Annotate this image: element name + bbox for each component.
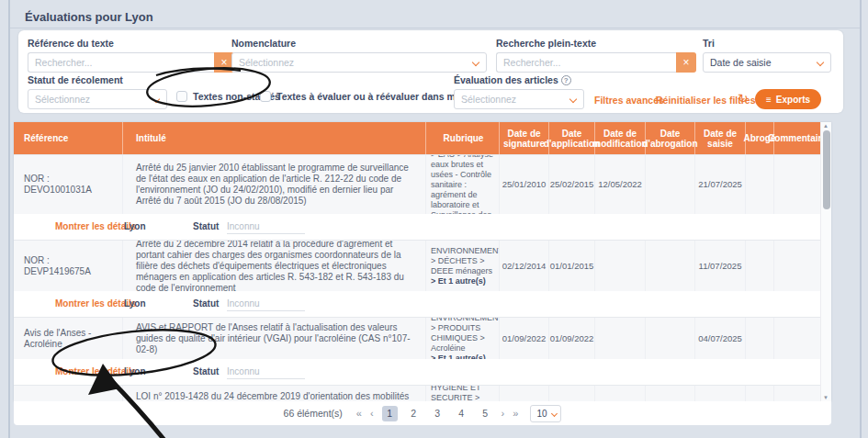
clear-icon: ×: [220, 56, 227, 69]
refresh-icon[interactable]: ↻: [738, 91, 749, 106]
statut-input[interactable]: Inconnu: [227, 298, 305, 311]
cell-abroge: [745, 386, 773, 401]
cell-reference: Avis de l'Anses - Acroléine: [14, 318, 122, 359]
cell-date-application: 25/02/2015: [548, 155, 594, 214]
chevron-down-icon: [551, 410, 558, 416]
help-icon[interactable]: ?: [561, 75, 571, 85]
fulltext-filter-label: Recherche plein-texte: [496, 38, 696, 49]
cell-date-saisie: 11/07/2025: [694, 241, 745, 291]
page-button-4[interactable]: 4: [454, 406, 469, 421]
cell-date-signature: 01/09/2022: [499, 318, 548, 359]
cell-rubrique: ENVIRONNEMENT > EAU > Analyse eaux brute…: [425, 155, 499, 214]
col-commentaire[interactable]: Commentaire: [773, 122, 820, 154]
cell-rubrique: ENVIRONNEMENT > DÉCHETS > DEEE ménagers …: [425, 241, 499, 291]
page-button-2[interactable]: 2: [406, 406, 422, 421]
cell-reference: NOR : TRET1821032L: [14, 386, 122, 401]
cell-date-saisie: 01/07/2025: [694, 386, 745, 401]
table-row: Avis de l'Anses - Acroléine AVIS et RAPP…: [14, 317, 831, 359]
col-intitule[interactable]: Intitulé: [122, 122, 425, 154]
page-button-1[interactable]: 1: [382, 406, 398, 421]
col-date-signature[interactable]: Date de signature: [499, 122, 548, 154]
scroll-down-icon[interactable]: ▼: [823, 395, 829, 400]
cell-date-modification: [594, 318, 645, 359]
fulltext-filter-input[interactable]: [496, 52, 676, 73]
cell-rubrique: ENVIRONNEMENT > PRODUITS CHIMIQUES > Acr…: [425, 318, 499, 359]
col-date-modification[interactable]: Date de modification: [594, 122, 645, 154]
col-date-abrogation[interactable]: Date d'abrogation: [645, 122, 694, 154]
nomenclature-select[interactable]: Sélectionnez: [231, 52, 487, 73]
tri-select[interactable]: Date de saisie: [703, 52, 831, 73]
first-page-button[interactable]: «: [356, 408, 362, 419]
col-reference[interactable]: Référence: [14, 122, 122, 154]
chevron-down-icon: [569, 95, 577, 103]
cell-date-application: 01/01/2020: [548, 386, 594, 401]
cell-commentaire: [773, 241, 820, 291]
tri-filter-label: Tri: [703, 38, 831, 49]
clear-icon: ×: [682, 56, 689, 69]
cell-date-signature: 02/12/2014: [499, 241, 548, 291]
prev-page-button[interactable]: ‹: [370, 408, 374, 419]
cell-abroge: [745, 155, 773, 214]
menu-icon: ≡: [766, 95, 772, 105]
page-button-3[interactable]: 3: [430, 406, 445, 421]
page-title: Évaluations pour Lyon: [25, 10, 153, 24]
col-rubrique[interactable]: Rubrique: [425, 122, 499, 154]
cell-date-abrogation: [645, 155, 694, 214]
last-page-button[interactable]: »: [513, 408, 518, 419]
cell-intitule: Arrêté du 25 janvier 2010 établissant le…: [122, 155, 425, 214]
exports-button[interactable]: ≡ Exports: [755, 89, 821, 109]
site-label: Lyon: [124, 221, 146, 231]
checkbox-icon[interactable]: [176, 91, 187, 102]
chevron-down-icon: [817, 59, 824, 66]
cell-date-signature: 24/12/2019: [499, 386, 548, 401]
statut-recolement-select[interactable]: Sélectionnez: [28, 89, 167, 109]
site-label: Lyon: [124, 298, 146, 309]
site-label: Lyon: [124, 366, 146, 376]
cell-date-abrogation: [645, 386, 694, 401]
cell-date-signature: 25/01/2010: [499, 155, 548, 214]
statut-input[interactable]: Inconnu: [227, 366, 305, 379]
cell-intitule: Arrêté du 2 décembre 2014 relatif à la p…: [122, 241, 425, 291]
cell-date-abrogation: [645, 318, 694, 359]
cell-commentaire: [773, 155, 820, 214]
statut-label: Statut: [193, 298, 219, 309]
cell-date-application: 01/01/2015: [548, 241, 594, 291]
cell-rubrique: HYGIENE ET SECURITE > ACCIDENT DU TRAVAI…: [425, 386, 499, 401]
cell-abroge: [745, 241, 773, 291]
page-right-edge: [860, 0, 862, 438]
table-row: NOR : DEVP1419675A Arrêté du 2 décembre …: [14, 240, 831, 291]
scrollbar-thumb[interactable]: [823, 130, 830, 209]
table-row: NOR : TRET1821032L LOI n° 2019-1428 du 2…: [14, 385, 831, 401]
nomenclature-filter-label: Nomenclature: [231, 38, 487, 49]
next-page-button[interactable]: ›: [502, 408, 505, 419]
page-left-edge: [8, 0, 10, 438]
cell-abroge: [745, 318, 773, 359]
rubrique-more-link[interactable]: > Et 1 autre(s): [431, 276, 486, 286]
statut-recolement-label: Statut de récolement: [28, 74, 167, 85]
col-date-saisie[interactable]: Date de saisie: [694, 122, 745, 154]
cell-commentaire: [773, 386, 820, 401]
cell-intitule: AVIS et RAPPORT de l'Anses relatif à l'a…: [122, 318, 425, 359]
table-header: Référence Intitulé Rubrique Date de sign…: [14, 122, 831, 154]
table-row-details: Montrer les détails Lyon Statut Inconnu: [14, 359, 831, 385]
statut-input[interactable]: Inconnu: [227, 221, 305, 234]
checkbox-icon[interactable]: [260, 91, 271, 102]
cell-date-application: 01/09/2022: [548, 318, 594, 359]
pagination-bar: 66 élément(s) « ‹ 1 2 3 4 5 › » 10: [14, 401, 831, 425]
statut-label: Statut: [193, 221, 219, 231]
scroll-up-icon[interactable]: ▲: [823, 123, 829, 129]
page-size-select[interactable]: 10: [530, 405, 561, 422]
col-date-application[interactable]: Date d'application: [548, 122, 594, 154]
evaluation-articles-select[interactable]: Sélectionnez: [454, 89, 584, 109]
cell-date-abrogation: [645, 241, 694, 291]
chevron-down-icon: [152, 95, 160, 103]
table-row: NOR : DEVO1001031A Arrêté du 25 janvier …: [14, 154, 831, 214]
filtres-avances-link[interactable]: Filtres avancés: [594, 95, 664, 106]
reference-filter-input[interactable]: [28, 52, 214, 73]
cell-reference: NOR : DEVO1001031A: [14, 155, 122, 214]
reference-filter-label: Référence du texte: [28, 38, 234, 49]
page-button-5[interactable]: 5: [478, 406, 493, 421]
table-row-details: Montrer les détails Lyon Statut Inconnu: [14, 214, 831, 240]
vertical-scrollbar[interactable]: ▲ ▼: [820, 122, 831, 401]
fulltext-clear-button[interactable]: ×: [676, 52, 696, 73]
